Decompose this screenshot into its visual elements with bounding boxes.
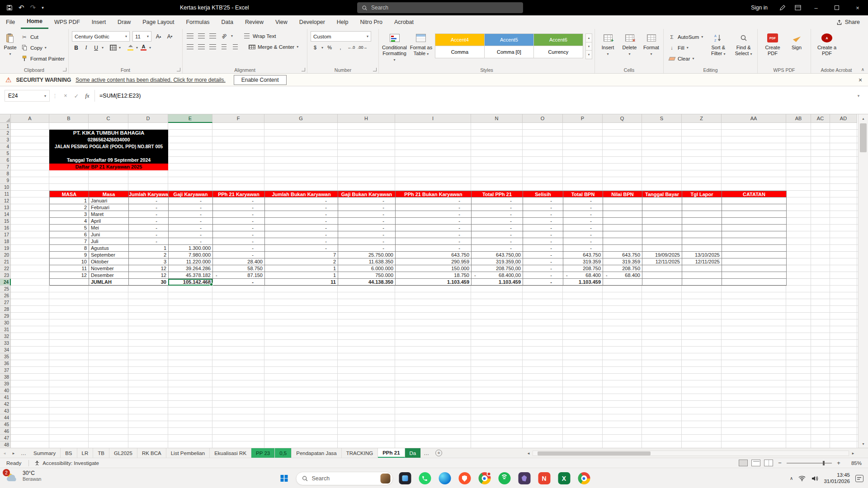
cell[interactable]: 7 bbox=[265, 252, 338, 258]
cell[interactable]: - bbox=[338, 225, 396, 231]
paste-button[interactable]: Paste▾ bbox=[3, 31, 17, 57]
column-header-O[interactable]: O bbox=[523, 114, 563, 123]
cell[interactable]: - bbox=[129, 197, 169, 204]
cell[interactable]: 319.359,00 bbox=[472, 258, 523, 265]
column-header-E[interactable]: E bbox=[168, 114, 212, 123]
name-box-splitter[interactable]: ⋮ bbox=[50, 93, 60, 99]
row-header-44[interactable]: 44 bbox=[0, 414, 11, 421]
row-header-31[interactable]: 31 bbox=[0, 326, 11, 333]
cell[interactable]: 319.359 bbox=[603, 258, 642, 265]
cell[interactable]: Jumlah Bukan Karyawan bbox=[265, 191, 338, 197]
increase-decimal-icon[interactable]: ←.0 bbox=[347, 43, 356, 52]
cell[interactable] bbox=[50, 279, 89, 286]
cell[interactable] bbox=[682, 197, 722, 204]
borders-icon[interactable] bbox=[109, 43, 118, 52]
cell[interactable] bbox=[642, 238, 682, 245]
cell[interactable]: 4 bbox=[50, 218, 89, 225]
cell[interactable]: 2 bbox=[50, 204, 89, 211]
cell[interactable]: - bbox=[523, 231, 563, 238]
cell[interactable]: - bbox=[129, 218, 169, 225]
row-header-24[interactable]: 24 bbox=[0, 279, 11, 286]
column-header-AC[interactable]: AC bbox=[811, 114, 830, 123]
cell[interactable]: - bbox=[265, 231, 338, 238]
row-header-28[interactable]: 28 bbox=[0, 306, 11, 313]
row-header-10[interactable]: 10 bbox=[0, 184, 11, 191]
cell[interactable]: - bbox=[169, 197, 213, 204]
cell[interactable] bbox=[722, 238, 787, 245]
menu-tab-file[interactable]: File bbox=[0, 15, 21, 29]
align-middle-icon[interactable] bbox=[197, 31, 206, 41]
cell[interactable] bbox=[603, 245, 642, 252]
menu-tab-page-layout[interactable]: Page Layout bbox=[137, 15, 180, 29]
scroll-up-icon[interactable]: ▴ bbox=[859, 114, 868, 122]
column-header-P[interactable]: P bbox=[563, 114, 603, 123]
row-header-2[interactable]: 2 bbox=[0, 130, 11, 136]
cell[interactable]: 6.000.000 bbox=[338, 265, 396, 272]
cell[interactable]: 10 bbox=[50, 258, 89, 265]
cell[interactable]: Maret bbox=[89, 211, 129, 218]
cell[interactable] bbox=[603, 211, 642, 218]
cell[interactable]: Desember bbox=[89, 272, 129, 279]
cell[interactable]: 1.103.459 bbox=[472, 279, 523, 286]
cell[interactable]: 7.980.000 bbox=[169, 252, 213, 258]
cell[interactable] bbox=[682, 265, 722, 272]
hscroll-left-icon[interactable]: ◂ bbox=[524, 451, 533, 455]
enter-icon[interactable]: ✓ bbox=[71, 93, 82, 99]
cell[interactable]: 643.750 bbox=[603, 252, 642, 258]
cell[interactable]: - bbox=[338, 245, 396, 252]
cell[interactable] bbox=[722, 211, 787, 218]
find-select-button[interactable]: Find & Select ▾ bbox=[732, 31, 755, 57]
cell[interactable]: 1 bbox=[265, 265, 338, 272]
font-dialog-launcher-icon[interactable] bbox=[177, 68, 180, 71]
cell[interactable]: 44.138.350 bbox=[338, 279, 396, 286]
cell[interactable]: -87.150 bbox=[213, 272, 265, 279]
horizontal-scrollbar[interactable]: ◂ ▸ bbox=[524, 448, 868, 458]
format-painter-button[interactable]: Format Painter bbox=[19, 54, 66, 63]
menu-tab-review[interactable]: Review bbox=[239, 15, 269, 29]
cell[interactable] bbox=[642, 218, 682, 225]
zoom-slider[interactable] bbox=[787, 463, 832, 464]
cell[interactable]: - bbox=[129, 225, 169, 231]
sheet-tab-tracking[interactable]: TRACKING bbox=[342, 448, 378, 458]
minimize-button[interactable]: – bbox=[806, 0, 826, 15]
row-header-22[interactable]: 22 bbox=[0, 265, 11, 272]
cell[interactable]: - bbox=[396, 211, 472, 218]
cell[interactable]: Gaji Karyawan bbox=[169, 191, 213, 197]
row-header-27[interactable]: 27 bbox=[0, 299, 11, 306]
sheet-tab-gl2025[interactable]: GL2025 bbox=[109, 448, 137, 458]
font-family-select[interactable]: Century Gothic▾ bbox=[72, 31, 130, 42]
row-header-26[interactable]: 26 bbox=[0, 292, 11, 299]
cell[interactable]: 28.400 bbox=[213, 258, 265, 265]
page-break-view-icon[interactable] bbox=[764, 460, 773, 466]
menu-tab-wps-pdf[interactable]: WPS PDF bbox=[48, 15, 86, 29]
normal-view-icon[interactable] bbox=[739, 460, 748, 466]
sheet-tab-pendapatan-jasa[interactable]: Pendapatan Jasa bbox=[292, 448, 342, 458]
cell[interactable]: November bbox=[89, 265, 129, 272]
message-bar-close-icon[interactable]: × bbox=[853, 76, 868, 84]
cell[interactable] bbox=[603, 231, 642, 238]
cell[interactable] bbox=[682, 245, 722, 252]
sign-in-button[interactable]: Sign in bbox=[751, 5, 768, 11]
cell[interactable]: - bbox=[523, 258, 563, 265]
row-header-38[interactable]: 38 bbox=[0, 374, 11, 380]
taskbar-app-photos-icon[interactable] bbox=[397, 470, 413, 487]
cell[interactable] bbox=[722, 231, 787, 238]
cell[interactable] bbox=[603, 238, 642, 245]
hscroll-right-icon[interactable]: ▸ bbox=[849, 451, 857, 455]
cell[interactable]: JUMLAH bbox=[89, 279, 129, 286]
sheet-tab-rk-bca[interactable]: RK BCA bbox=[137, 448, 166, 458]
italic-button[interactable]: I bbox=[82, 43, 90, 52]
cell[interactable]: - bbox=[472, 218, 523, 225]
cell[interactable]: 1 bbox=[265, 272, 338, 279]
new-sheet-button[interactable]: + bbox=[432, 448, 446, 458]
tab-list-ellipsis[interactable]: … bbox=[18, 448, 29, 458]
cell[interactable]: - bbox=[523, 197, 563, 204]
cell[interactable]: - bbox=[523, 211, 563, 218]
cell[interactable] bbox=[722, 197, 787, 204]
row-header-48[interactable]: 48 bbox=[0, 441, 11, 448]
cell[interactable]: 150.000 bbox=[396, 265, 472, 272]
cell[interactable] bbox=[603, 279, 642, 286]
row-header-19[interactable]: 19 bbox=[0, 245, 11, 252]
vertical-scrollbar[interactable]: ▴ ▾ bbox=[858, 114, 868, 448]
taskbar-app-whatsapp-icon[interactable] bbox=[417, 470, 433, 487]
